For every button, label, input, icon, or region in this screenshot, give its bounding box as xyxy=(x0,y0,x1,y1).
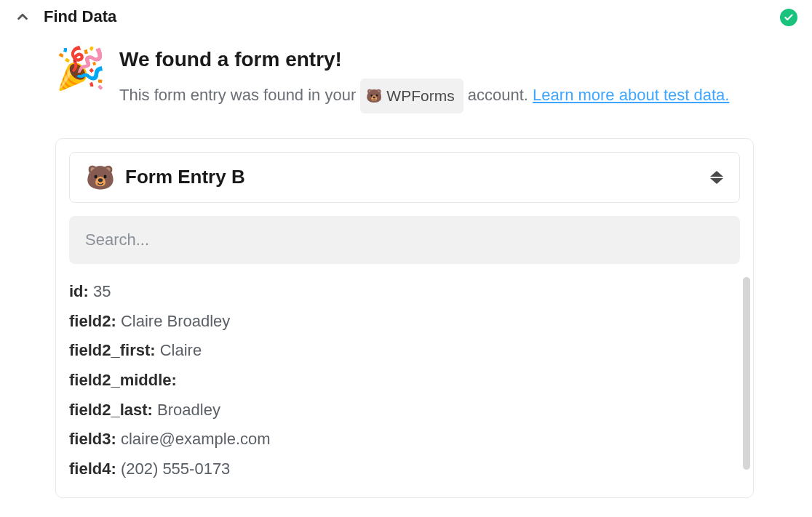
success-check-icon xyxy=(780,9,797,26)
fields-list: id: 35field2: Claire Broadleyfield2_firs… xyxy=(69,277,740,484)
scrollbar-thumb[interactable] xyxy=(743,277,750,470)
field-value: Claire xyxy=(156,341,202,359)
search-input[interactable] xyxy=(85,231,724,249)
bear-icon: 🐻 xyxy=(366,89,382,103)
found-description: This form entry was found in your 🐻 WPFo… xyxy=(119,79,739,113)
field-key: field2: xyxy=(69,312,116,330)
field-row: field4: (202) 555-0173 xyxy=(69,454,731,484)
found-entry-message: 🎉 We found a form entry! This form entry… xyxy=(55,48,797,113)
wpforms-tag-label: WPForms xyxy=(386,81,454,111)
party-popper-icon: 🎉 xyxy=(55,48,106,113)
chevron-up-icon[interactable] xyxy=(15,9,31,25)
section-header: Find Data xyxy=(15,7,797,26)
field-value: claire@example.com xyxy=(116,430,271,448)
found-desc-prefix: This form entry was found in your xyxy=(119,86,360,104)
field-key: field2_middle: xyxy=(69,371,177,389)
form-data-panel: 🐻 Form Entry B id: 35field2: Claire Broa… xyxy=(55,138,754,498)
section-title: Find Data xyxy=(44,7,116,26)
field-key: field2_first: xyxy=(69,341,156,359)
field-row: field3: claire@example.com xyxy=(69,425,731,454)
wpforms-tag: 🐻 WPForms xyxy=(360,79,463,113)
field-key: field2_last: xyxy=(69,401,153,419)
field-key: id: xyxy=(69,282,89,300)
field-row: field2_first: Claire xyxy=(69,336,731,366)
field-value: Broadley xyxy=(153,401,220,419)
field-value: Claire Broadley xyxy=(116,312,231,330)
form-entry-selector[interactable]: 🐻 Form Entry B xyxy=(69,152,740,203)
field-value: 35 xyxy=(89,282,111,300)
field-row: id: 35 xyxy=(69,277,731,307)
found-heading: We found a form entry! xyxy=(119,48,739,71)
form-entry-selector-label: Form Entry B xyxy=(125,166,700,188)
field-row: field2_last: Broadley xyxy=(69,396,731,425)
search-box xyxy=(69,216,740,264)
field-row: field2_middle: xyxy=(69,366,731,396)
field-value: (202) 555-0173 xyxy=(116,460,231,478)
field-key: field3: xyxy=(69,430,116,448)
field-key: field4: xyxy=(69,460,116,478)
field-row: field2: Claire Broadley xyxy=(69,307,731,337)
bear-icon: 🐻 xyxy=(86,166,115,189)
sort-caret-icon xyxy=(710,171,723,184)
found-desc-suffix: account. xyxy=(468,86,533,104)
learn-more-link[interactable]: Learn more about test data. xyxy=(533,86,729,104)
found-text-block: We found a form entry! This form entry w… xyxy=(119,48,739,113)
